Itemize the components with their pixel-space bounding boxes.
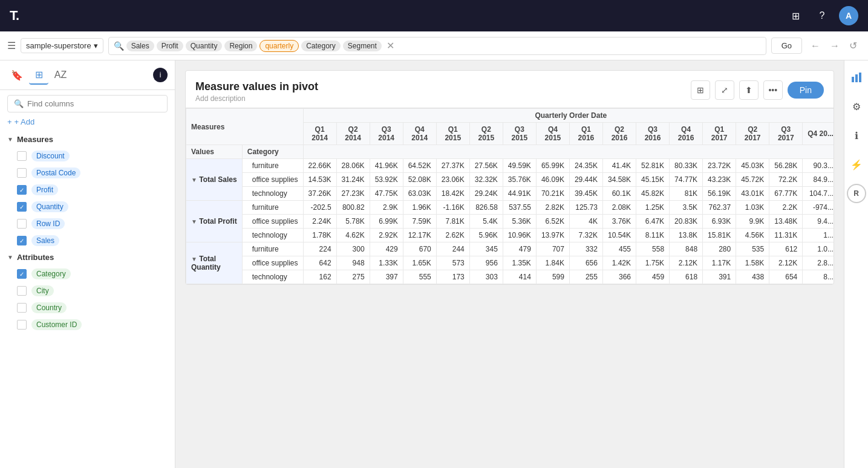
category-header: Category <box>242 145 303 159</box>
cell: 45.82K <box>636 187 670 201</box>
cell: 31.24K <box>336 173 370 187</box>
cell: 555 <box>403 270 436 284</box>
cell: 65.99K <box>536 159 569 173</box>
refresh-button[interactable]: ↺ <box>846 37 861 54</box>
expand-button[interactable]: ⤢ <box>715 80 734 100</box>
column-row-id[interactable]: Row ID <box>2 215 172 232</box>
lightning-icon[interactable]: ⚡ <box>847 155 866 174</box>
top-nav: T. ⊞ ? A <box>0 0 868 31</box>
cell: 656 <box>569 256 602 270</box>
tag-quantity[interactable]: Quantity <box>186 41 223 51</box>
cell: 303 <box>469 270 503 284</box>
grid-icon[interactable]: ⊞ <box>786 6 805 25</box>
customer-id-checkbox[interactable] <box>17 320 27 330</box>
tab-bookmark[interactable]: 🔖 <box>7 65 27 85</box>
category-checkbox[interactable]: ✓ <box>17 269 27 279</box>
toolbar-nav: ← → ↺ <box>807 37 861 54</box>
card-header: Measure values in pivot Add description … <box>186 71 834 108</box>
table-view-button[interactable]: ⊞ <box>691 80 710 100</box>
column-sales[interactable]: ✓ Sales <box>2 232 172 249</box>
tag-segment[interactable]: Segment <box>343 41 382 51</box>
cell: 13.97K <box>536 229 569 242</box>
cell: 34.58K <box>602 173 636 187</box>
tag-sales[interactable]: Sales <box>126 41 154 51</box>
column-quantity[interactable]: ✓ Quantity <box>2 198 172 215</box>
tab-az[interactable]: AZ <box>51 65 70 85</box>
country-checkbox[interactable] <box>17 303 27 313</box>
cell: 23.72K <box>703 159 736 173</box>
office-qty-category: office supplies <box>242 256 303 270</box>
cell: 70.21K <box>536 187 569 201</box>
q4-2016-header: Q42016 <box>670 123 703 145</box>
menu-icon[interactable]: ☰ <box>7 40 16 51</box>
table-row: ▼ Total Profit furniture -202.5800.822.9… <box>186 201 834 215</box>
quantity-checkbox[interactable]: ✓ <box>17 202 27 212</box>
column-profit[interactable]: ✓ Profit <box>2 181 172 198</box>
measures-section-header[interactable]: ▼ Measures <box>2 131 172 148</box>
r-circle-icon[interactable]: R <box>847 184 866 203</box>
forward-button[interactable]: → <box>826 37 843 54</box>
svg-rect-1 <box>855 74 858 82</box>
measures-chevron: ▼ <box>7 136 13 143</box>
postal-code-checkbox[interactable] <box>17 168 27 178</box>
add-label: + Add <box>15 117 35 126</box>
tag-quarterly[interactable]: quarterly <box>259 40 299 52</box>
bar-chart-icon[interactable] <box>847 68 866 87</box>
info-icon[interactable]: ℹ <box>847 126 866 145</box>
cell: 2.62K <box>436 229 469 242</box>
help-icon[interactable]: ? <box>812 6 832 25</box>
cell: 27.37K <box>436 159 469 173</box>
table-row: ▼ Total Sales furniture 22.66K28.06K41.9… <box>186 159 834 173</box>
cell: 280 <box>703 242 736 256</box>
cell: 848 <box>670 242 703 256</box>
row-id-checkbox[interactable] <box>17 219 27 229</box>
cell: 56.19K <box>703 187 736 201</box>
column-category[interactable]: ✓ Category <box>2 265 172 282</box>
discount-checkbox[interactable] <box>17 151 27 161</box>
q2-2015-header: Q22015 <box>469 123 503 145</box>
city-checkbox[interactable] <box>17 286 27 296</box>
cell: 244 <box>436 242 469 256</box>
tab-grid[interactable]: ⊞ <box>29 65 48 85</box>
column-city[interactable]: City <box>2 282 172 299</box>
cell: 1.03K <box>736 201 769 215</box>
sales-checkbox[interactable]: ✓ <box>17 236 27 245</box>
cell: 52.81K <box>636 159 670 173</box>
content-area: Measure values in pivot Add description … <box>175 60 844 468</box>
pin-button[interactable]: Pin <box>788 82 824 99</box>
back-button[interactable]: ← <box>807 37 824 54</box>
card-subtitle[interactable]: Add description <box>195 94 691 103</box>
expand-quantity-icon[interactable]: ▼ <box>191 256 197 262</box>
cell: 47.75K <box>370 187 403 201</box>
more-options-button[interactable]: ••• <box>763 80 783 100</box>
attributes-section-header[interactable]: ▼ Attributes <box>2 249 172 265</box>
cell: 3.5K <box>670 201 703 215</box>
cell: 53.92K <box>370 173 403 187</box>
search-clear-icon[interactable]: ✕ <box>387 40 394 51</box>
add-button[interactable]: + + Add <box>7 117 168 126</box>
column-customer-id[interactable]: Customer ID <box>2 316 172 333</box>
tag-profit[interactable]: Profit <box>157 41 183 51</box>
gear-icon[interactable]: ⚙ <box>847 97 866 116</box>
q1-2014-header: Q12014 <box>303 123 336 145</box>
panel-info-button[interactable]: i <box>153 68 168 82</box>
datasource-selector[interactable]: sample-superstore ▾ <box>21 38 103 53</box>
go-button[interactable]: Go <box>771 37 802 54</box>
find-columns-input[interactable] <box>27 99 161 108</box>
tag-region[interactable]: Region <box>224 41 257 51</box>
expand-sales-icon[interactable]: ▼ <box>191 177 197 183</box>
q3-2015-header: Q32015 <box>503 123 536 145</box>
cell: 948 <box>336 256 370 270</box>
cell: 10.96K <box>503 229 536 242</box>
tag-category[interactable]: Category <box>301 41 341 51</box>
column-postal-code[interactable]: Postal Code <box>2 164 172 181</box>
column-country[interactable]: Country <box>2 299 172 316</box>
table-row: office supplies 14.53K31.24K53.92K52.08K… <box>186 173 834 187</box>
expand-profit-icon[interactable]: ▼ <box>191 218 197 225</box>
card-title: Measure values in pivot <box>195 80 691 93</box>
avatar[interactable]: A <box>839 6 858 25</box>
share-button[interactable]: ⬆ <box>739 80 759 100</box>
profit-checkbox[interactable]: ✓ <box>17 185 27 195</box>
column-discount[interactable]: Discount <box>2 148 172 164</box>
pivot-table[interactable]: Measures Quarterly Order Date Q12014 Q22… <box>186 108 834 284</box>
